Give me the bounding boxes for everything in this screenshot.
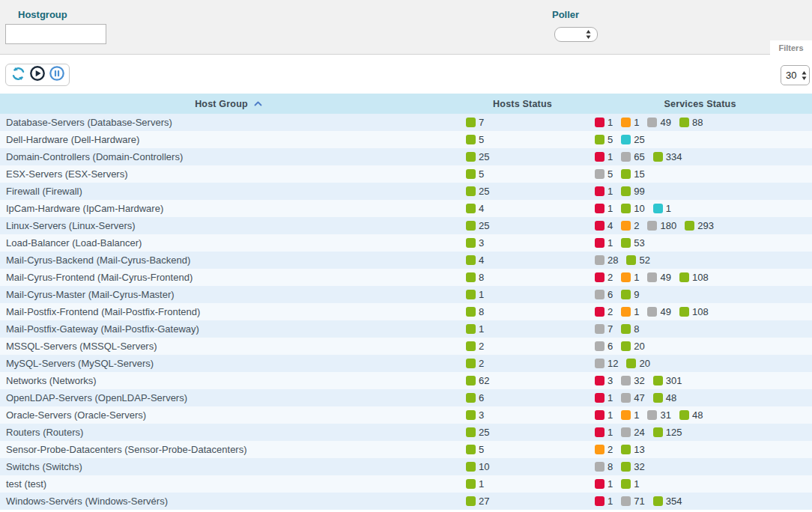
table-row[interactable]: Routers (Routers)25124125 bbox=[0, 424, 812, 441]
status-badge-ok[interactable]: 3 bbox=[466, 237, 484, 249]
status-badge-ok[interactable]: 10 bbox=[466, 461, 489, 472]
status-badge-critical[interactable]: 2 bbox=[595, 306, 613, 317]
status-badge-critical[interactable]: 1 bbox=[595, 117, 613, 128]
status-badge-ok[interactable]: 125 bbox=[653, 427, 682, 438]
pause-button[interactable] bbox=[48, 66, 66, 84]
column-header-hosts-status[interactable]: Hosts Status bbox=[457, 94, 588, 114]
status-badge-unknown[interactable]: 49 bbox=[647, 306, 670, 317]
status-badge-unknown[interactable]: 12 bbox=[595, 358, 618, 369]
host-group-name[interactable]: Domain-Controllers (Domain-Controllers) bbox=[0, 148, 457, 165]
status-badge-ok[interactable]: 13 bbox=[621, 444, 644, 455]
poller-select[interactable] bbox=[554, 27, 598, 42]
host-group-name[interactable]: Windows-Servérs (Windows-Servérs) bbox=[0, 493, 457, 510]
status-badge-pending[interactable]: 1 bbox=[653, 203, 671, 214]
status-badge-warning[interactable]: 1 bbox=[621, 409, 639, 421]
status-badge-warning[interactable]: 2 bbox=[595, 444, 613, 455]
table-row[interactable]: Oracle-Servers (Oracle-Servers)3113148 bbox=[0, 406, 812, 424]
status-badge-ok[interactable]: 2 bbox=[466, 358, 484, 369]
column-header-host-group[interactable]: Host Group bbox=[0, 94, 457, 114]
status-badge-unknown[interactable]: 6 bbox=[595, 289, 613, 300]
host-group-name[interactable]: Mail-Postfix-Frontend (Mail-Postfix-Fron… bbox=[0, 303, 457, 320]
table-row[interactable]: IpCam-Hardware (IpCam-Hardware)41101 bbox=[0, 200, 812, 217]
play-button[interactable] bbox=[28, 66, 46, 84]
table-row[interactable]: test (test)111 bbox=[0, 475, 812, 493]
host-group-name[interactable]: ESX-Servers (ESX-Servers) bbox=[0, 165, 457, 183]
status-badge-critical[interactable]: 1 bbox=[595, 392, 613, 403]
status-badge-critical[interactable]: 1 bbox=[595, 203, 613, 214]
host-group-name[interactable]: OpenLDAP-Servers (OpenLDAP-Servers) bbox=[0, 389, 457, 406]
table-row[interactable]: MSSQL-Servers (MSSQL-Servers)2620 bbox=[0, 338, 812, 355]
status-badge-ok[interactable]: 25 bbox=[466, 220, 489, 231]
status-badge-ok[interactable]: 52 bbox=[626, 255, 649, 266]
status-badge-ok[interactable]: 8 bbox=[466, 272, 484, 283]
host-group-name[interactable]: Routers (Routers) bbox=[0, 424, 457, 441]
status-badge-ok[interactable]: 354 bbox=[653, 496, 682, 507]
status-badge-ok[interactable]: 20 bbox=[626, 358, 649, 369]
table-row[interactable]: Domain-Controllers (Domain-Controllers)2… bbox=[0, 148, 812, 165]
status-badge-critical[interactable]: 2 bbox=[595, 272, 613, 283]
status-badge-ok[interactable]: 3 bbox=[466, 409, 484, 421]
status-badge-critical[interactable]: 1 bbox=[595, 478, 613, 490]
status-badge-critical[interactable]: 4 bbox=[595, 220, 613, 231]
host-group-name[interactable]: Networks (Networks) bbox=[0, 372, 457, 389]
host-group-name[interactable]: Firewall (Firewall) bbox=[0, 183, 457, 200]
table-row[interactable]: Database-Servers (Database-Servers)71149… bbox=[0, 114, 812, 131]
status-badge-unknown[interactable]: 71 bbox=[621, 496, 644, 507]
status-badge-unknown[interactable]: 49 bbox=[647, 117, 670, 128]
status-badge-ok[interactable]: 1 bbox=[466, 323, 484, 335]
status-badge-warning[interactable]: 2 bbox=[621, 220, 639, 231]
host-group-name[interactable]: Mail-Cyrus-Backend (Mail-Cyrus-Backend) bbox=[0, 252, 457, 269]
status-badge-ok[interactable]: 62 bbox=[466, 375, 489, 386]
host-group-name[interactable]: MySQL-Servers (MySQL-Servers) bbox=[0, 355, 457, 372]
status-badge-ok[interactable]: 4 bbox=[466, 203, 484, 214]
status-badge-ok[interactable]: 6 bbox=[466, 392, 484, 403]
status-badge-ok[interactable]: 1 bbox=[466, 289, 484, 300]
table-row[interactable]: Linux-Servers (Linux-Servers)2542180293 bbox=[0, 217, 812, 234]
status-badge-unknown[interactable]: 32 bbox=[621, 375, 644, 386]
table-row[interactable]: Networks (Networks)62332301 bbox=[0, 372, 812, 389]
status-badge-critical[interactable]: 1 bbox=[595, 151, 613, 162]
host-group-name[interactable]: Mail-Postfix-Gateway (Mail-Postfix-Gatew… bbox=[0, 320, 457, 338]
status-badge-ok[interactable]: 108 bbox=[679, 272, 709, 283]
filters-tab[interactable]: Filters bbox=[770, 40, 812, 55]
status-badge-warning[interactable]: 1 bbox=[621, 117, 639, 128]
status-badge-unknown[interactable]: 31 bbox=[647, 409, 670, 421]
table-row[interactable]: Sensor-Probe-Datacenters (Sensor-Probe-D… bbox=[0, 441, 812, 458]
table-row[interactable]: Mail-Postfix-Frontend (Mail-Postfix-Fron… bbox=[0, 303, 812, 320]
status-badge-ok[interactable]: 5 bbox=[466, 134, 484, 145]
status-badge-ok[interactable]: 9 bbox=[621, 289, 639, 300]
hostgroup-input[interactable] bbox=[5, 24, 106, 44]
status-badge-ok[interactable]: 334 bbox=[653, 151, 682, 162]
status-badge-ok[interactable]: 4 bbox=[466, 255, 484, 266]
status-badge-warning[interactable]: 1 bbox=[621, 272, 639, 283]
status-badge-critical[interactable]: 3 bbox=[595, 375, 613, 386]
table-row[interactable]: Load-Balancer (Load-Balancer)3153 bbox=[0, 234, 812, 252]
status-badge-unknown[interactable]: 8 bbox=[595, 461, 613, 472]
host-group-name[interactable]: Switchs (Switchs) bbox=[0, 458, 457, 475]
status-badge-critical[interactable]: 1 bbox=[595, 409, 613, 421]
status-badge-unknown[interactable]: 5 bbox=[595, 168, 613, 180]
status-badge-unknown[interactable]: 180 bbox=[647, 220, 676, 231]
status-badge-ok[interactable]: 293 bbox=[685, 220, 714, 231]
host-group-name[interactable]: Oracle-Servers (Oracle-Servers) bbox=[0, 406, 457, 424]
status-badge-ok[interactable]: 88 bbox=[679, 117, 703, 128]
host-group-name[interactable]: Mail-Cyrus-Frontend (Mail-Cyrus-Frontend… bbox=[0, 269, 457, 286]
status-badge-unknown[interactable]: 24 bbox=[621, 427, 644, 438]
status-badge-ok[interactable]: 25 bbox=[466, 186, 489, 197]
status-badge-unknown[interactable]: 65 bbox=[621, 151, 644, 162]
status-badge-critical[interactable]: 1 bbox=[595, 237, 613, 249]
host-group-name[interactable]: Dell-Hardware (Dell-Hardware) bbox=[0, 131, 457, 148]
status-badge-ok[interactable]: 5 bbox=[466, 444, 484, 455]
host-group-name[interactable]: MSSQL-Servers (MSSQL-Servers) bbox=[0, 338, 457, 355]
host-group-name[interactable]: test (test) bbox=[0, 475, 457, 493]
status-badge-ok[interactable]: 5 bbox=[466, 168, 484, 180]
table-row[interactable]: Mail-Cyrus-Backend (Mail-Cyrus-Backend)4… bbox=[0, 252, 812, 269]
host-group-name[interactable]: Load-Balancer (Load-Balancer) bbox=[0, 234, 457, 252]
status-badge-ok[interactable]: 25 bbox=[466, 427, 489, 438]
status-badge-critical[interactable]: 1 bbox=[595, 427, 613, 438]
column-header-services-status[interactable]: Services Status bbox=[588, 94, 812, 114]
status-badge-unknown[interactable]: 47 bbox=[621, 392, 644, 403]
host-group-name[interactable]: IpCam-Hardware (IpCam-Hardware) bbox=[0, 200, 457, 217]
refresh-button[interactable] bbox=[9, 66, 27, 84]
status-badge-ok[interactable]: 10 bbox=[621, 203, 644, 214]
